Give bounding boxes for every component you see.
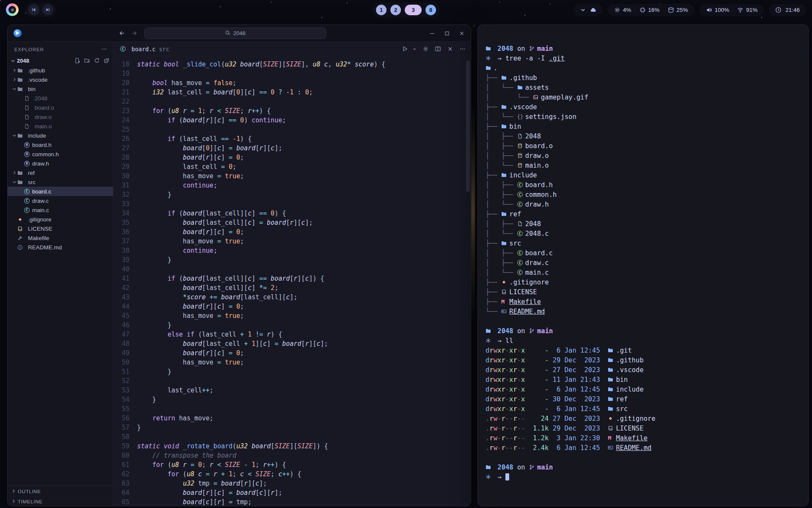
run-button[interactable]: [402, 46, 408, 52]
code-line: 32 }: [113, 190, 471, 199]
distro-logo-icon[interactable]: [6, 3, 19, 16]
explorer-item-bin[interactable]: bin: [8, 84, 113, 94]
terminal-line: 2048 on main: [486, 44, 800, 53]
clock-widget[interactable]: 21:46: [769, 4, 806, 16]
command-center-search[interactable]: 2048: [144, 28, 326, 39]
line-number: 48: [113, 339, 137, 348]
terminal-line: ├── include: [486, 170, 800, 180]
workspaces: 1238: [372, 3, 440, 17]
explorer-item-.vscode[interactable]: .vscode: [8, 75, 113, 84]
line-number: 28: [113, 153, 137, 162]
editor-scrollbar[interactable]: [466, 61, 470, 192]
close-button[interactable]: [459, 30, 465, 36]
git-branch-icon: [529, 46, 537, 51]
code-line: 62 for (u8 c = r + 1; c < SIZE; c++) {: [113, 469, 471, 479]
breadcrumb[interactable]: C board.c src: [120, 46, 169, 52]
maximize-button[interactable]: [444, 30, 450, 36]
explorer-item-README.md[interactable]: README.md: [8, 243, 113, 252]
file-icon: [24, 124, 32, 129]
code-line: 31 continue;: [113, 181, 471, 190]
code-line: 20 bool has_move = false;: [113, 78, 471, 88]
workspace-1[interactable]: 1: [376, 5, 387, 15]
line-number: 57: [113, 423, 137, 432]
timeline-panel[interactable]: TIMELINE: [8, 496, 113, 506]
m-icon: M: [501, 298, 509, 305]
folder-icon: [17, 68, 25, 73]
file-icon: [24, 114, 32, 120]
terminal-line: │ └── Cdraw.h: [486, 199, 800, 209]
folder-icon: [17, 170, 25, 176]
wifi-icon: [737, 7, 743, 13]
explorer-item-ref[interactable]: ref: [8, 168, 113, 177]
terminal-window[interactable]: 2048 on main → tree -a -I .git.├── .gith…: [477, 25, 809, 506]
line-number: 37: [113, 237, 137, 246]
terminal-line: │ ├── Ccommon.h: [486, 190, 800, 199]
media-prev-button[interactable]: [28, 4, 39, 15]
workspace-8[interactable]: 8: [425, 5, 436, 15]
code-line: 21 i32 last_cell = board[0][c] == 0 ? -1…: [113, 88, 471, 97]
media-next-button[interactable]: [42, 4, 53, 15]
chevron-down-icon: [11, 86, 17, 91]
disk-value: 25%: [677, 7, 688, 13]
outline-panel[interactable]: OUTLINE: [8, 486, 113, 496]
code-line: 63 u32 tmp = board[r][c];: [113, 479, 471, 488]
workspace-3[interactable]: 3: [405, 5, 422, 15]
explorer-more-button[interactable]: [101, 46, 107, 53]
explorer-item-.gitignore[interactable]: .gitignore: [8, 215, 113, 224]
file-icon: [517, 221, 525, 226]
explorer-item-label: board.h: [32, 142, 52, 148]
workspace-2[interactable]: 2: [390, 5, 401, 15]
explorer-item-board.h[interactable]: Hboard.h: [8, 140, 113, 149]
terminal-line: ├── LICENSE: [486, 287, 800, 297]
chevron-down-icon: [10, 58, 17, 64]
line-number: 52: [113, 376, 137, 386]
weather-widget[interactable]: [573, 4, 603, 16]
explorer-item-common.h[interactable]: Hcommon.h: [8, 149, 113, 159]
nav-forward-icon[interactable]: [131, 30, 137, 36]
split-editor-button[interactable]: [435, 46, 441, 52]
explorer-item-include[interactable]: include: [8, 131, 113, 140]
more-actions-button[interactable]: [459, 46, 466, 52]
refresh-button[interactable]: [94, 58, 100, 64]
terminal-line: drwxr-xr-x - 6 Jan 12:45 src: [486, 404, 800, 414]
explorer-item-label: src: [28, 179, 36, 185]
terminal-line: .: [486, 63, 800, 73]
explorer-item-2048[interactable]: 2048: [8, 94, 113, 103]
new-folder-button[interactable]: [84, 58, 90, 64]
archive-icon: [517, 153, 525, 158]
explorer-root[interactable]: 2048: [8, 55, 113, 66]
c-icon: C: [24, 198, 30, 204]
explorer-item-LICENSE[interactable]: LICENSE: [8, 224, 113, 233]
explorer-item-.github[interactable]: .github: [8, 66, 113, 75]
explorer-item-main.o[interactable]: main.o: [8, 121, 113, 131]
collapse-all-button[interactable]: [104, 58, 110, 64]
system-stats[interactable]: 4% 16% 25%: [608, 4, 694, 16]
explorer-item-draw.h[interactable]: Hdraw.h: [8, 159, 113, 168]
run-dropdown-icon[interactable]: [414, 47, 417, 51]
explorer-item-draw.c[interactable]: Cdraw.c: [8, 196, 113, 205]
explorer-item-board.c[interactable]: Cboard.c: [8, 187, 113, 196]
chevron-right-icon: [11, 77, 17, 82]
terminal-line: │ └── Cmain.c: [486, 268, 800, 277]
line-number: 42: [113, 283, 137, 293]
archive-icon: [517, 163, 525, 168]
explorer-item-board.o[interactable]: board.o: [8, 103, 113, 112]
settings-gear-button[interactable]: [422, 46, 429, 52]
new-file-button[interactable]: [74, 58, 80, 64]
nav-back-icon[interactable]: [119, 30, 125, 36]
explorer-item-draw.o[interactable]: draw.o: [8, 112, 113, 121]
explorer-item-Makefile[interactable]: Makefile: [8, 233, 113, 243]
code-area[interactable]: 18static bool _slide_col(u32 board[SIZE]…: [113, 56, 471, 506]
minimize-button[interactable]: [429, 30, 435, 36]
audio-network[interactable]: 100% 91%: [700, 4, 764, 16]
line-number: 46: [113, 320, 137, 330]
explorer-item-main.c[interactable]: Cmain.c: [8, 205, 113, 215]
explorer-item-src[interactable]: src: [8, 177, 113, 187]
line-number: 23: [113, 106, 137, 116]
terminal-line: 2048 on main: [486, 326, 800, 336]
code-line: 46 }: [113, 320, 471, 330]
explorer-item-label: bin: [28, 86, 36, 92]
close-editor-button[interactable]: [447, 46, 453, 52]
c-icon: C: [517, 270, 523, 275]
terminal-content[interactable]: 2048 on main → tree -a -I .git.├── .gith…: [478, 25, 808, 482]
